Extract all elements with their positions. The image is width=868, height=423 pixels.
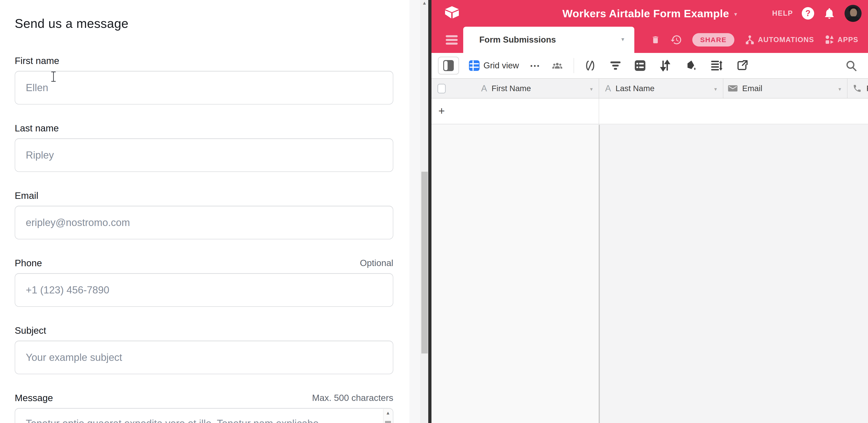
column-name: First Name bbox=[492, 84, 531, 93]
filter-icon[interactable] bbox=[610, 61, 621, 71]
hide-fields-icon[interactable] bbox=[584, 60, 596, 71]
column-caret-icon[interactable]: ▾ bbox=[590, 86, 593, 92]
grid-empty-area bbox=[431, 125, 868, 423]
view-options-ellipsis[interactable]: … bbox=[529, 61, 540, 70]
search-icon[interactable] bbox=[845, 59, 858, 72]
notifications-bell-icon[interactable] bbox=[823, 7, 836, 20]
column-name: Last Name bbox=[616, 84, 654, 93]
sidebar-menu-icon[interactable] bbox=[446, 35, 458, 46]
column-name: Email bbox=[742, 84, 763, 93]
column-caret-icon[interactable]: ▾ bbox=[714, 86, 717, 92]
message-scrollbar[interactable]: ▲ bbox=[383, 409, 392, 423]
contact-form-pane: Send us a message First name Last name E… bbox=[0, 0, 409, 423]
column-header-last-name[interactable]: A Last Name ▾ bbox=[599, 79, 723, 98]
message-scroll-thumb[interactable] bbox=[385, 421, 391, 423]
first-name-label: First name bbox=[15, 55, 393, 66]
add-record-plus-icon[interactable]: + bbox=[438, 104, 445, 117]
airtable-topbar: Workers Airtable Form Example ▾ HELP ? bbox=[431, 0, 868, 27]
email-label: Email bbox=[15, 190, 393, 201]
grid-view-icon[interactable] bbox=[469, 60, 480, 71]
history-icon[interactable] bbox=[670, 34, 682, 46]
grid-header-row: A First Name ▾ A Last Name ▾ Email ▾ bbox=[431, 78, 868, 98]
text-field-type-icon: A bbox=[481, 84, 487, 93]
field-group-message: Message Max. 500 characters ▲ bbox=[15, 392, 393, 423]
viewbar-actions: SHARE AUTOMATIONS bbox=[651, 27, 858, 53]
select-all-checkbox[interactable] bbox=[437, 84, 446, 93]
column-header-email[interactable]: Email ▾ bbox=[723, 79, 847, 98]
share-button[interactable]: SHARE bbox=[692, 33, 734, 47]
column-header-first-name[interactable]: A First Name ▾ bbox=[431, 79, 599, 98]
apps-button[interactable]: APPS bbox=[824, 34, 858, 46]
message-box: ▲ bbox=[15, 408, 393, 423]
airtable-viewbar: Form Submissions ▾ SHARE bbox=[431, 27, 868, 53]
collaborators-icon[interactable] bbox=[551, 60, 564, 71]
help-question-icon[interactable]: ? bbox=[802, 7, 814, 20]
add-record-row[interactable]: + bbox=[431, 98, 868, 124]
column-caret-icon[interactable]: ▾ bbox=[838, 86, 841, 92]
page-scrollbar[interactable]: ▲ bbox=[421, 0, 428, 423]
automations-button[interactable]: AUTOMATIONS bbox=[744, 34, 814, 46]
trash-icon[interactable] bbox=[651, 35, 660, 45]
automations-icon bbox=[744, 34, 755, 46]
automations-label: AUTOMATIONS bbox=[758, 36, 814, 44]
email-field-type-icon bbox=[728, 85, 738, 92]
column-gridline bbox=[599, 125, 600, 423]
email-input[interactable] bbox=[15, 206, 393, 239]
screen: Send us a message First name Last name E… bbox=[0, 0, 868, 423]
share-view-icon[interactable] bbox=[737, 60, 748, 71]
toolbar-divider bbox=[574, 58, 574, 73]
apps-label: APPS bbox=[838, 36, 858, 44]
view-sidebar-toggle-button[interactable] bbox=[438, 57, 459, 74]
user-avatar[interactable] bbox=[844, 5, 862, 22]
column-name: Phone bbox=[866, 84, 868, 93]
table-tab-label: Form Submissions bbox=[479, 35, 556, 44]
base-title[interactable]: Workers Airtable Form Example bbox=[562, 7, 729, 20]
page-scroll-thumb[interactable] bbox=[421, 172, 428, 354]
phone-optional-note: Optional bbox=[360, 258, 393, 268]
last-name-label: Last name bbox=[15, 123, 393, 134]
column-header-phone[interactable]: Phone bbox=[847, 79, 868, 98]
subject-input[interactable] bbox=[15, 341, 393, 374]
phone-input[interactable] bbox=[15, 273, 393, 307]
field-group-phone: Phone Optional bbox=[15, 258, 393, 307]
field-group-email: Email bbox=[15, 190, 393, 239]
airtable-pane: Workers Airtable Form Example ▾ HELP ? F… bbox=[431, 0, 868, 423]
field-group-last-name: Last name bbox=[15, 123, 393, 172]
topbar-actions: HELP ? bbox=[772, 0, 862, 27]
apps-icon bbox=[824, 34, 835, 46]
grid-empty-left bbox=[431, 125, 599, 423]
view-toolbar: Grid view … bbox=[431, 53, 868, 78]
field-group-subject: Subject bbox=[15, 325, 393, 374]
base-title-caret-icon[interactable]: ▾ bbox=[734, 9, 737, 18]
row-height-icon[interactable] bbox=[711, 60, 723, 71]
table-tab-caret-icon[interactable]: ▾ bbox=[621, 36, 624, 42]
window-divider bbox=[428, 0, 431, 423]
group-icon[interactable] bbox=[634, 60, 646, 71]
text-cursor-icon bbox=[51, 71, 57, 82]
subject-label: Subject bbox=[15, 325, 393, 336]
phone-field-type-icon bbox=[852, 84, 862, 93]
first-name-input[interactable] bbox=[15, 71, 393, 104]
table-tab-form-submissions[interactable]: Form Submissions ▾ bbox=[463, 27, 634, 53]
field-group-first-name: First name bbox=[15, 55, 393, 104]
message-maxchars-note: Max. 500 characters bbox=[312, 393, 393, 403]
scroll-up-icon[interactable]: ▲ bbox=[384, 409, 392, 417]
view-name-label[interactable]: Grid view bbox=[484, 61, 519, 70]
message-textarea[interactable] bbox=[15, 409, 383, 423]
last-name-input[interactable] bbox=[15, 138, 393, 172]
form-heading: Send us a message bbox=[15, 16, 129, 31]
page-gutter bbox=[409, 0, 421, 423]
sort-icon[interactable] bbox=[660, 60, 671, 71]
scroll-up-icon[interactable]: ▲ bbox=[421, 0, 428, 6]
text-field-type-icon: A bbox=[605, 84, 611, 93]
help-button[interactable]: HELP bbox=[772, 9, 793, 18]
color-icon[interactable] bbox=[685, 60, 697, 71]
phone-label: Phone bbox=[15, 258, 393, 269]
column-gridline bbox=[599, 98, 599, 124]
